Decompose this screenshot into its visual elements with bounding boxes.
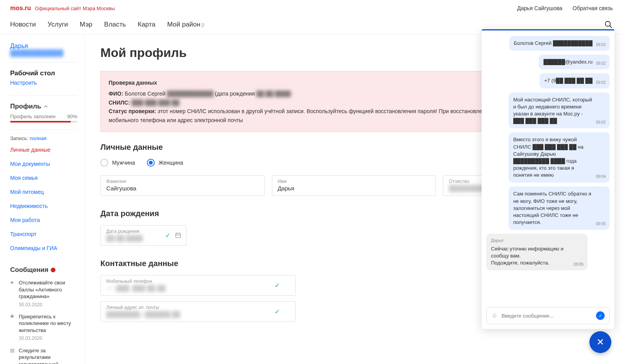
chat-bubble: Сам поменять СНИЛС обратно я не могу, ФИ… bbox=[509, 186, 610, 230]
nav-district[interactable]: Мой районβ bbox=[167, 21, 205, 28]
lastname-field[interactable]: Фамилия Сайгушова bbox=[100, 175, 265, 196]
svg-point-0 bbox=[605, 21, 611, 27]
topbar-right: Дарья Сайгушова Обратная связь bbox=[517, 5, 613, 11]
sidebar-item-transport[interactable]: Транспорт bbox=[10, 231, 77, 237]
topbar-user[interactable]: Дарья Сайгушова bbox=[517, 5, 562, 11]
radio-circle-checked-icon bbox=[147, 159, 155, 167]
sidebar-item-documents[interactable]: Мои документы bbox=[10, 161, 77, 167]
profile-section-title[interactable]: Профиль bbox=[10, 103, 77, 110]
chat-bubble: Мой настоящий СНИЛС, который и был до не… bbox=[509, 92, 610, 129]
nav-power[interactable]: Власть bbox=[104, 21, 126, 28]
nav-news[interactable]: Новости bbox=[10, 21, 36, 28]
message-item[interactable]: ✚ Прикрепитесь к поликлинике по месту жи… bbox=[10, 313, 77, 342]
emoji-icon[interactable]: ☺ bbox=[491, 312, 498, 319]
chat-bubble: Болотов Сергей ███████████09:02 bbox=[509, 36, 610, 51]
chat-bubble: ██████@yandex.ru09:02 bbox=[539, 55, 610, 69]
notification-badge-icon bbox=[51, 268, 55, 272]
message-item[interactable]: ▤ Следите за результатами государственно… bbox=[10, 347, 77, 364]
chat-send-button[interactable]: ✓ bbox=[596, 311, 605, 320]
chevron-up-icon bbox=[44, 105, 48, 108]
topbar-feedback[interactable]: Обратная связь bbox=[573, 5, 613, 11]
check-icon: ✓ bbox=[275, 308, 280, 315]
message-item[interactable]: ➤ Отслеживайте свои баллы «Активного гра… bbox=[10, 279, 77, 308]
nav-mayor[interactable]: Мэр bbox=[80, 21, 92, 28]
svg-rect-2 bbox=[176, 233, 180, 238]
search-icon[interactable] bbox=[604, 20, 613, 29]
logo-subtitle: Официальный сайт Мэра Москвы bbox=[35, 5, 115, 11]
messages-title[interactable]: Сообщения bbox=[10, 266, 77, 274]
chat-panel: Болотов Сергей ███████████09:02██████@ya… bbox=[482, 29, 614, 329]
clinic-icon: ✚ bbox=[10, 313, 16, 342]
chat-bubble: +7 (9██ ███ ██ ██09:02 bbox=[539, 73, 610, 88]
radio-male[interactable]: Мужчина bbox=[100, 159, 135, 167]
chat-bubble: Вместо этого я вижу чужой СНИЛС ███ ███ … bbox=[509, 132, 610, 183]
calendar-icon[interactable] bbox=[175, 232, 181, 238]
record-value[interactable]: полная bbox=[30, 135, 46, 141]
profile-progress bbox=[10, 121, 77, 123]
topbar: mos.ru Официальный сайт Мэра Москвы Дарь… bbox=[0, 0, 623, 16]
check-icon: ✓ bbox=[275, 282, 280, 289]
profile-fill: Профиль заполнен 90% bbox=[10, 114, 77, 119]
phone-field[interactable]: Мобильный телефон +7 (███) ███-██-██ ✓ bbox=[100, 275, 296, 296]
sidebar-item-family[interactable]: Моя семья bbox=[10, 175, 77, 181]
chat-input[interactable] bbox=[502, 313, 592, 319]
sidebar-user[interactable]: Дарья ████████████ bbox=[10, 43, 77, 62]
arrow-icon: ➤ bbox=[10, 279, 16, 308]
beta-badge: β bbox=[202, 22, 204, 28]
sidebar: Дарья ████████████ Рабочий стол Настроит… bbox=[0, 35, 84, 364]
chat-body[interactable]: Болотов Сергей ███████████09:02██████@ya… bbox=[482, 30, 614, 304]
sidebar-item-pet[interactable]: Мой питомец bbox=[10, 189, 77, 195]
document-icon: ▤ bbox=[10, 347, 16, 364]
nav-services[interactable]: Услуги bbox=[48, 21, 68, 28]
svg-line-1 bbox=[610, 26, 612, 28]
firstname-field[interactable]: Имя Дарья bbox=[272, 175, 436, 196]
sidebar-item-personal[interactable]: Личные данные bbox=[10, 147, 77, 153]
record-type: Запись: полная bbox=[10, 130, 77, 141]
logo[interactable]: mos.ru bbox=[10, 5, 31, 12]
radio-female[interactable]: Женщина bbox=[147, 159, 183, 167]
radio-circle-icon bbox=[100, 159, 108, 167]
nav-items: Новости Услуги Мэр Власть Карта Мой райо… bbox=[10, 21, 205, 28]
email-field[interactable]: Личный адрес эл. почты ████████@██████.█… bbox=[100, 301, 296, 322]
chat-close-fab[interactable]: ✕ bbox=[589, 331, 611, 353]
sidebar-item-olympiads[interactable]: Олимпиады и ГИА bbox=[10, 245, 77, 251]
dob-field[interactable]: Дата рождения ██.██.████ ✓ bbox=[100, 225, 186, 246]
chat-bubble: ДарьяСейчас уточню информацию и сообщу в… bbox=[486, 234, 587, 270]
desktop-title: Рабочий стол bbox=[10, 69, 77, 77]
check-icon: ✓ bbox=[165, 232, 170, 239]
sidebar-item-work[interactable]: Моя работа bbox=[10, 217, 77, 223]
nav-map[interactable]: Карта bbox=[137, 21, 155, 28]
desktop-configure[interactable]: Настроить bbox=[10, 80, 77, 86]
sidebar-item-realestate[interactable]: Недвижимость bbox=[10, 203, 77, 209]
chat-input-row: ☺ ✓ bbox=[486, 307, 610, 324]
close-icon: ✕ bbox=[596, 337, 604, 348]
topbar-left: mos.ru Официальный сайт Мэра Москвы bbox=[10, 5, 115, 12]
